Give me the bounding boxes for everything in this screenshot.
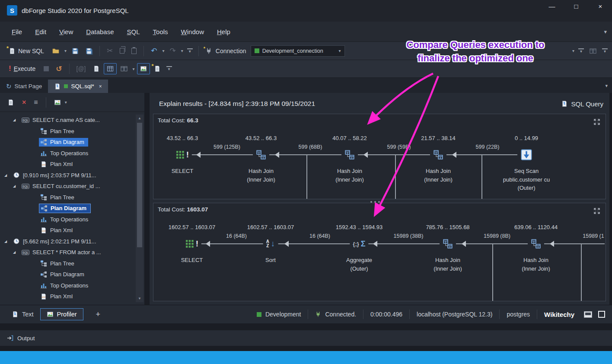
tree-item-query[interactable]: ◢ SELECT c.name AS cate...	[0, 115, 135, 126]
toolbar-more-button[interactable]	[586, 45, 599, 57]
menu-help[interactable]: Help	[210, 26, 237, 38]
explain-results-panel: Explain results - [24.834 ms] 2:39:18 PM…	[150, 93, 609, 305]
menubar-overflow-icon[interactable]: ▾	[604, 29, 607, 35]
display-icon[interactable]	[584, 311, 592, 318]
menu-window[interactable]: Window	[175, 26, 210, 38]
tree-item-plan-diagram[interactable]: Plan Diagram	[0, 137, 135, 148]
frame-icon[interactable]	[598, 311, 605, 318]
tab-list-dropdown-icon[interactable]: ▾	[605, 83, 608, 89]
toolbar-right-dropdown-icon[interactable]: ▾	[571, 48, 576, 53]
toolbar-overflow-icon[interactable]: ▾	[166, 66, 172, 71]
menu-database[interactable]: Database	[80, 26, 120, 38]
tab-text-view[interactable]: Text	[5, 308, 40, 320]
new-snapshot-button[interactable]	[4, 97, 17, 108]
compare-plans-button[interactable]: ≡	[31, 96, 41, 109]
document-outline-button[interactable]	[90, 63, 103, 74]
tree-item-plan-tree[interactable]: Plan Tree	[0, 192, 135, 203]
mail-results-button[interactable]: [@]	[73, 63, 89, 74]
picture-icon	[54, 99, 61, 106]
expander-icon[interactable]: ◢	[13, 118, 20, 122]
save-button[interactable]	[69, 45, 82, 57]
output-panel-bar[interactable]: Output	[0, 330, 612, 346]
scrollbar-thumb[interactable]	[137, 123, 142, 247]
view-mode-dropdown[interactable]: ▾	[51, 97, 71, 108]
redo-button[interactable]: ↷	[166, 44, 178, 57]
tree-item-plan-xml[interactable]: Plan Xml	[0, 225, 135, 236]
tree-item-plan-diagram[interactable]: Plan Diagram	[0, 269, 135, 280]
split-view-dropdown-icon[interactable]: ▾	[131, 67, 136, 71]
tree-item-plan-xml[interactable]: Plan Xml	[0, 159, 135, 170]
aggregate-icon: {;}Σ	[350, 235, 368, 252]
results-grid-toggle[interactable]	[104, 63, 117, 74]
tab-profiler-view[interactable]: Profiler	[40, 308, 83, 320]
edge-label: 599 (125B)	[214, 144, 240, 150]
save-all-button[interactable]	[83, 45, 96, 57]
close-tab-icon[interactable]: ×	[99, 83, 102, 89]
expander-icon[interactable]: ◢	[4, 239, 12, 243]
tree-item-top-operations[interactable]: Top Operations	[0, 280, 135, 291]
tree-item-plan-tree[interactable]: Plan Tree	[0, 258, 135, 269]
new-window-button[interactable]: *	[151, 63, 164, 74]
open-file-dropdown-icon[interactable]: ▾	[63, 48, 68, 53]
tree-item-run[interactable]: ◢ [0.910 ms] 2:03:57 PM 9/11...	[0, 170, 135, 181]
tree-item-query[interactable]: ◢ SELECT cu.customer_id ...	[0, 181, 135, 192]
undo-button[interactable]: ↶	[148, 44, 160, 57]
menu-view[interactable]: View	[53, 26, 80, 38]
delete-plan-button[interactable]: ×	[19, 96, 29, 109]
cut-button[interactable]: ✂	[104, 44, 116, 57]
menu-file[interactable]: File	[5, 26, 29, 38]
tree-item-plan-diagram-focused[interactable]: Plan Diagram	[0, 203, 135, 214]
tree-item-run[interactable]: ◢ [5.662 ms] 2:02:21 PM 9/11...	[0, 236, 135, 247]
add-view-button[interactable]: +	[89, 307, 107, 322]
zoom-fit-icon[interactable]	[593, 118, 601, 126]
minimize-button[interactable]: —	[547, 3, 557, 10]
expander-icon[interactable]: ◢	[4, 173, 12, 177]
tree-item-plan-tree[interactable]: Plan Tree	[0, 126, 135, 137]
new-sql-button[interactable]: * New SQL	[4, 45, 48, 57]
split-view-button[interactable]	[118, 63, 131, 74]
tab-sql-document[interactable]: SQL.sql* ×	[48, 80, 108, 93]
paste-button[interactable]	[128, 46, 140, 56]
sql-query-button[interactable]: SQL Query	[561, 100, 603, 108]
elapsed-time: 0:00:00.496	[363, 311, 409, 318]
tree-item-top-operations[interactable]: Top Operations	[0, 214, 135, 225]
edge-arrowhead	[363, 152, 368, 158]
tree-item-top-operations[interactable]: Top Operations	[0, 148, 135, 159]
sql-tab-label: SQL.sql*	[71, 83, 94, 89]
open-file-button[interactable]	[49, 45, 62, 57]
sql-icon	[22, 249, 29, 255]
connection-dropdown-icon[interactable]: ▾	[339, 48, 341, 53]
expander-icon[interactable]: ◢	[13, 250, 20, 254]
expander-icon[interactable]: ◢	[13, 184, 20, 188]
tree-scrollbar[interactable]: ▲ ▼	[136, 115, 143, 302]
undo-dropdown-icon[interactable]: ▾	[161, 48, 166, 53]
tab-start-page[interactable]: ↻ Start Page	[0, 80, 48, 93]
menu-tools[interactable]: Tools	[147, 26, 175, 38]
close-button[interactable]: ×	[596, 3, 605, 10]
plan-diagram-toggle[interactable]	[137, 63, 150, 74]
execute-button[interactable]: ! Execute	[4, 62, 40, 75]
stop-button[interactable]	[41, 64, 52, 73]
tree-item-plan-xml[interactable]: Plan Xml	[0, 291, 135, 302]
zoom-fit-icon[interactable]	[593, 207, 601, 215]
menu-sql[interactable]: SQL	[121, 26, 147, 38]
scroll-up-icon[interactable]: ▲	[138, 115, 141, 122]
copy-button[interactable]	[117, 46, 128, 56]
plan-diagram-canvas[interactable]: 16 (64B) 16 (64B) 15989 (38B) 15989 (8B)…	[153, 203, 606, 301]
plan-diagram-canvas[interactable]: 599 (125B) 599 (68B) 599 (59B) 599 (22B)…	[153, 114, 606, 199]
maximize-button[interactable]: □	[571, 3, 581, 10]
redo-dropdown-icon[interactable]: ▾	[180, 48, 185, 53]
plan-branch-line	[306, 155, 307, 199]
scroll-down-icon[interactable]: ▼	[138, 295, 141, 302]
plan-tree-icon	[40, 194, 47, 201]
folder-icon	[52, 48, 59, 54]
toolbar-overflow-icon[interactable]: ▾	[602, 48, 608, 54]
toolbar-overflow-icon[interactable]: ▾	[187, 48, 193, 54]
plan-diagram-icon	[40, 139, 47, 146]
query-history-button[interactable]: ↺	[53, 62, 65, 76]
connection-select[interactable]: Development_connection ▾	[251, 45, 345, 57]
toolbar-overflow-icon[interactable]: ▾	[578, 48, 584, 54]
tree-item-query[interactable]: ◢ SELECT * FROM actor a ...	[0, 247, 135, 258]
menu-edit[interactable]: Edit	[29, 26, 53, 38]
plan-tree-icon	[40, 128, 47, 134]
